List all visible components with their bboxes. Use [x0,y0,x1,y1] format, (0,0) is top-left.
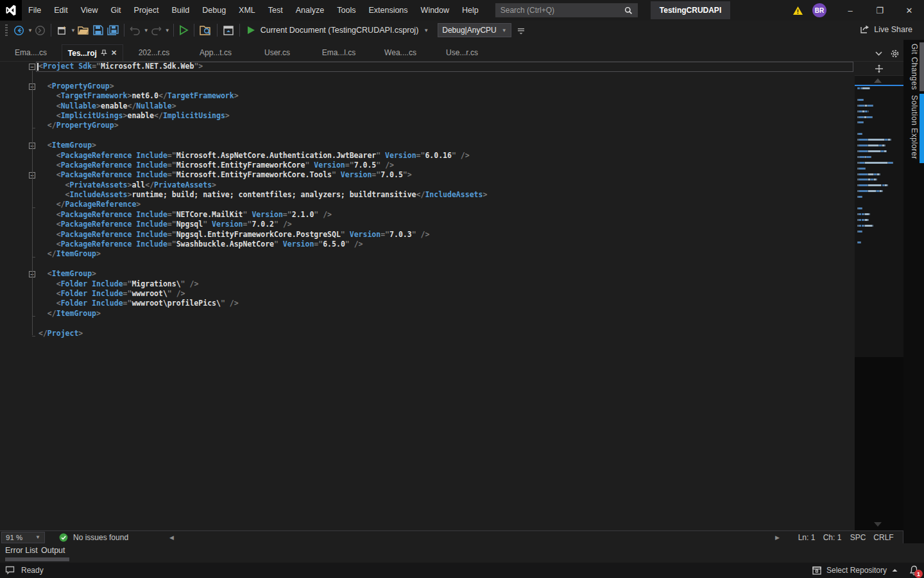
notifications-button[interactable]: 1 [909,565,919,575]
code-line[interactable]: <IncludeAssets>runtime; build; native; c… [38,190,855,200]
document-tab[interactable]: User.cs [246,44,308,61]
code-line[interactable]: <Folder Include="wwwroot\" /> [38,289,855,299]
code-editor[interactable]: −−−−− <Project Sdk="Microsoft.NET.Sdk.We… [0,62,855,530]
solution-explorer-button[interactable] [221,22,236,38]
run-target-dropdown[interactable]: ▼ [424,28,429,33]
redo-button[interactable] [149,22,164,38]
live-share-button[interactable]: Live Share [860,24,912,34]
search-input[interactable]: Search (Ctrl+Q) [495,3,638,17]
feedback-icon[interactable] [5,566,15,575]
code-line[interactable] [38,319,855,328]
gear-icon[interactable] [890,49,900,58]
start-without-debugging-button[interactable] [177,22,191,38]
solution-name-chip[interactable]: TestingCRUDAPI [651,1,730,19]
undo-dropdown[interactable]: ▼ [144,28,149,33]
code-line[interactable]: <PackageReference Include="Npgsql.Entity… [38,230,855,240]
code-line[interactable]: <Folder Include="wwwroot\profilePics\" /… [38,299,855,308]
code-line[interactable] [38,71,855,81]
document-tab[interactable]: Use...r.cs [431,44,493,61]
redo-dropdown[interactable]: ▼ [165,28,170,33]
restore-button[interactable]: ❐ [865,0,894,21]
menu-item-window[interactable]: Window [415,0,456,21]
menu-item-analyze[interactable]: Analyze [289,0,330,21]
fold-collapse-box[interactable]: − [29,64,35,70]
open-file-button[interactable] [76,22,91,38]
code-line[interactable]: <PackageReference Include="Npgsql" Versi… [38,220,855,229]
menu-item-help[interactable]: Help [456,0,485,21]
code-line[interactable]: <PackageReference Include="Microsoft.Asp… [38,151,855,161]
tool-window-tab-error-list[interactable]: Error List [5,546,38,555]
pin-icon[interactable] [101,49,107,57]
code-line[interactable] [38,259,855,269]
code-line[interactable]: <PackageReference Include="Microsoft.Ent… [38,170,855,180]
menu-item-tools[interactable]: Tools [330,0,362,21]
code-line[interactable]: <PropertyGroup> [38,82,855,91]
document-tab[interactable]: App...t.cs [185,44,246,61]
menu-item-file[interactable]: File [22,0,47,21]
scroll-left-icon[interactable]: ◀ [169,534,174,541]
tool-window-tab-output[interactable]: Output [41,546,65,555]
code-line[interactable]: <PackageReference Include="Swashbuckle.A… [38,240,855,249]
configuration-combo[interactable]: Debug|AnyCPU ▼ [438,23,511,37]
menu-item-extensions[interactable]: Extensions [362,0,414,21]
code-line[interactable]: <Project Sdk="Microsoft.NET.Sdk.Web"> [38,62,855,71]
save-button[interactable] [91,22,105,38]
editor-gutter[interactable]: −−−−− [0,62,38,530]
editor-split-handle[interactable] [855,62,903,76]
toolbar-overflow-button[interactable] [515,22,527,38]
code-line[interactable]: <ItemGroup> [38,269,855,279]
new-project-dropdown[interactable]: ▼ [71,28,76,33]
document-tab[interactable]: Ema....cs [0,44,62,61]
menu-item-test[interactable]: Test [262,0,289,21]
code-line[interactable]: <TargetFramework>net6.0</TargetFramework… [38,91,855,101]
document-tab[interactable]: Ema...l.cs [308,44,370,61]
code-line[interactable]: </ItemGroup> [38,249,855,259]
tool-rail-tab-git-changes[interactable]: Git Changes [903,42,924,91]
minimize-button[interactable]: – [835,0,865,21]
code-line[interactable]: <PackageReference Include="Microsoft.Ent… [38,161,855,170]
zoom-level-combo[interactable]: 91 % ▼ [1,532,45,543]
select-repository-button[interactable]: Select Repository [826,566,887,575]
tab-list-chevron-icon[interactable] [875,51,882,56]
navigate-back-dropdown[interactable]: ▼ [28,28,33,33]
menu-item-edit[interactable]: Edit [47,0,74,21]
navigate-back-button[interactable] [12,22,26,38]
document-tab[interactable]: Wea....cs [370,44,431,61]
menu-item-xml[interactable]: XML [232,0,262,21]
find-in-files-button[interactable] [198,22,214,38]
undo-button[interactable] [128,22,142,38]
menu-item-project[interactable]: Project [128,0,166,21]
code-line[interactable]: </PackageReference> [38,200,855,209]
column-indicator[interactable]: Ch: 1 [819,533,845,542]
code-line[interactable]: <ImplicitUsings>enable</ImplicitUsings> [38,111,855,121]
new-project-button[interactable] [55,22,69,38]
menu-item-git[interactable]: Git [105,0,128,21]
line-ending-indicator[interactable]: CRLF [871,533,896,542]
code-line[interactable]: </ItemGroup> [38,309,855,319]
code-line[interactable]: <ItemGroup> [38,141,855,150]
scroll-down-arrow[interactable] [874,522,882,527]
navigate-forward-button[interactable] [33,22,47,38]
code-line[interactable]: <Nullable>enable</Nullable> [38,101,855,111]
document-tab[interactable]: 202...r.cs [123,44,185,61]
scroll-right-icon[interactable]: ▶ [775,534,780,541]
line-indicator[interactable]: Ln: 1 [794,533,819,542]
menu-item-debug[interactable]: Debug [196,0,232,21]
code-line[interactable]: </PropertyGroup> [38,121,855,130]
save-all-button[interactable] [105,22,121,38]
scroll-up-arrow[interactable] [874,78,882,83]
document-tab[interactable]: Tes...roj✕ [62,44,123,61]
menu-item-build[interactable]: Build [165,0,196,21]
minimap-scrollbar[interactable] [855,62,903,530]
code-line[interactable]: <Folder Include="Migrations\" /> [38,279,855,289]
run-target-button[interactable]: Current Document (TestingCRUDAPI.csproj)… [243,26,433,35]
code-line[interactable] [38,131,855,141]
toolbar-grip[interactable] [5,24,8,36]
space-indicator[interactable]: SPC [845,533,871,542]
tool-rail-tab-solution-explorer[interactable]: Solution Explorer [903,94,924,163]
menu-item-view[interactable]: View [74,0,105,21]
document-health-indicator[interactable]: No issues found [59,533,128,542]
code-line[interactable]: <PrivateAssets>all</PrivateAssets> [38,180,855,190]
user-avatar[interactable]: BR [812,3,826,17]
warning-icon[interactable] [792,6,803,15]
